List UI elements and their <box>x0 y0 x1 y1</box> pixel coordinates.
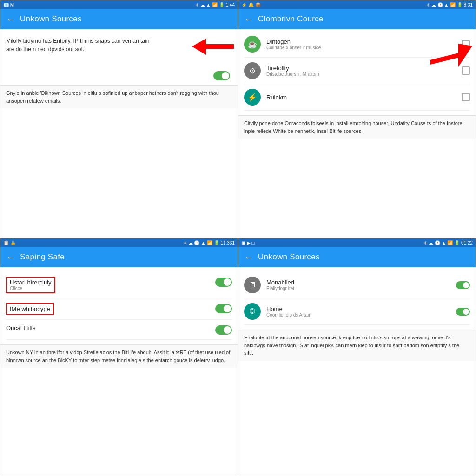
monabiled-icon: 🖥 <box>244 277 261 293</box>
ustari-label: Ustari.hirercluly <box>10 279 52 286</box>
back-button-q4[interactable]: ← <box>244 252 253 263</box>
list-item-tirefollty[interactable]: ⚙ Tirefollty Dristebe Juursh ,iM altom <box>244 58 470 84</box>
q4-desc: Enalunte irt the anboonal housen source.… <box>244 335 459 356</box>
app-title-q1: Unkown Sources <box>20 14 82 24</box>
monabiled-text: Monabiled Elailydogr itet <box>266 279 450 291</box>
q3-content: Ustari.hirercluly Clicce IMe whibocype O… <box>0 267 238 344</box>
app-bar-q4: ← Unkown Sources <box>238 247 476 267</box>
monabiled-sub: Elailydogr itet <box>266 286 450 291</box>
q4-content: 🖥 Monabiled Elailydogr itet © Home Cooml… <box>238 267 476 330</box>
quadrant-3: 📋 🔒 ✳ ☁ 🕐 ▲ 📶 🔋 11:331 ← Saping Safe Ust… <box>0 238 238 476</box>
monabiled-title: Monabiled <box>266 279 450 286</box>
status-right-q2: ✳ ☁ 🕐 ▲ 📶 🔋 8:31 <box>426 2 473 7</box>
q1-desc-text: Gnyle in anble 'Diknown Sources in eltlu… <box>0 85 238 108</box>
tirefollty-icon: ⚙ <box>244 62 261 79</box>
ime-box: IMe whibocype <box>6 303 54 315</box>
back-button-q2[interactable]: ← <box>244 14 253 25</box>
back-button-q1[interactable]: ← <box>6 14 15 25</box>
quadrant-2: ⚡ 🔔 📦 ✳ ☁ 🕐 ▲ 📶 🔋 8:31 ← Clombrivn Courc… <box>238 0 476 238</box>
red-arrow-q1 <box>192 39 234 57</box>
ruiokm-icon: ⚡ <box>244 89 261 106</box>
app-bar-q2: ← Clombrivn Cource <box>238 9 476 29</box>
orical-toggle[interactable] <box>215 325 232 335</box>
home-sub: Coomliq ielo ds Artaim <box>266 312 450 317</box>
status-right-q1: ✳ ☁ ▲ 📶 🔋 1:44 <box>195 2 235 7</box>
status-left-q4: ▣ ▶ □ <box>241 240 255 245</box>
app-bar-q1: ← Unkown Sources <box>0 9 238 29</box>
q4-desc-text: Enalunte irt the anboonal housen source.… <box>238 330 476 361</box>
q2-content: ☕ Dintogen Coilnape x onser if musice ⚙ … <box>238 29 476 115</box>
back-button-q3[interactable]: ← <box>6 252 15 263</box>
ustari-sub: Clicce <box>10 286 52 291</box>
dintogen-title: Dintogen <box>266 38 456 45</box>
q2-desc: Citvily pone done Onraconds folseels in … <box>244 120 463 134</box>
ruiokm-title: Ruiokm <box>266 94 456 101</box>
status-bar-q1: 📧 M ✳ ☁ ▲ 📶 🔋 1:44 <box>0 0 238 9</box>
toggle-q1[interactable] <box>213 70 230 80</box>
app-title-q4: Unkown Sources <box>258 252 320 262</box>
home-toggle[interactable] <box>456 308 470 316</box>
status-left-q2: ⚡ 🔔 📦 <box>241 2 261 7</box>
list-item-ruiokm[interactable]: ⚡ Ruiokm <box>244 84 470 111</box>
status-left-q1: 📧 M <box>3 2 14 7</box>
dintogen-text: Dintogen Coilnape x onser if musice <box>266 38 456 50</box>
q2-desc-text: Citvily pone done Onraconds folseels in … <box>238 115 476 139</box>
q1-desc: Gnyle in anble 'Diknown Sources in eltlu… <box>6 90 219 104</box>
svg-marker-0 <box>192 39 234 55</box>
status-bar-q4: ▣ ▶ □ ✳ ☁ 🕐 ▲ 📶 🔋 01:22 <box>238 238 476 247</box>
quadrant-1: 📧 M ✳ ☁ ▲ 📶 🔋 1:44 ← Unkown Sources Milo… <box>0 0 238 238</box>
tirefollty-text: Tirefollty Dristebe Juursh ,iM altom <box>266 65 456 77</box>
status-right-q3: ✳ ☁ 🕐 ▲ 📶 🔋 11:331 <box>183 240 235 245</box>
q3-desc: Unkown NY in an thre ifor a viddp Streti… <box>6 350 230 363</box>
dintogen-icon: ☕ <box>244 36 261 53</box>
list-item-home[interactable]: © Home Coomliq ielo ds Artaim <box>244 298 470 325</box>
ime-label: IMe whibocype <box>10 305 50 312</box>
home-text: Home Coomliq ielo ds Artaim <box>266 305 450 317</box>
tirefollty-sub: Dristebe Juursh ,iM altom <box>266 72 456 77</box>
home-icon: © <box>244 303 261 320</box>
ustari-box: Ustari.hirercluly Clicce <box>6 277 55 293</box>
status-right-q4: ✳ ☁ 🕐 ▲ 📶 🔋 01:22 <box>423 240 473 245</box>
status-bar-q2: ⚡ 🔔 📦 ✳ ☁ 🕐 ▲ 📶 🔋 8:31 <box>238 0 476 9</box>
app-title-q2: Clombrivn Cource <box>258 14 324 24</box>
list-item-monabiled[interactable]: 🖥 Monabiled Elailydogr itet <box>244 272 470 298</box>
ruiokm-checkbox[interactable] <box>462 93 470 101</box>
ime-toggle[interactable] <box>215 304 232 313</box>
app-bar-q3: ← Saping Safe <box>0 247 238 267</box>
toggle-row-orical[interactable]: Orical tltilts <box>6 320 232 340</box>
red-arrow-q2 <box>430 44 472 69</box>
quadrant-4: ▣ ▶ □ ✳ ☁ 🕐 ▲ 📶 🔋 01:22 ← Unkown Sources… <box>238 238 476 476</box>
ruiokm-text: Ruiokm <box>266 94 456 101</box>
orical-text: Orical tltilts <box>6 324 36 331</box>
home-title: Home <box>266 305 450 312</box>
ustari-toggle[interactable] <box>215 278 232 287</box>
app-title-q3: Saping Safe <box>20 252 65 262</box>
q1-content: Milolly bidymu has Entorly, IP thrnis sn… <box>0 29 238 85</box>
q3-desc-text: Unkown NY in an thre ifor a viddp Streti… <box>0 344 238 368</box>
status-bar-q3: 📋 🔒 ✳ ☁ 🕐 ▲ 📶 🔋 11:331 <box>0 238 238 247</box>
monabiled-toggle[interactable] <box>456 281 470 289</box>
toggle-row-ime[interactable]: IMe whibocype <box>6 298 232 320</box>
q1-description: Milolly bidymu has Entorly, IP thrnis sn… <box>6 37 153 53</box>
orical-label: Orical tltilts <box>6 324 36 331</box>
toggle-row-ustari[interactable]: Ustari.hirercluly Clicce <box>6 272 232 298</box>
status-left-q3: 📋 🔒 <box>3 240 16 245</box>
tirefollty-title: Tirefollty <box>266 65 456 72</box>
svg-marker-1 <box>430 44 472 67</box>
dintogen-sub: Coilnape x onser if musice <box>266 45 456 50</box>
